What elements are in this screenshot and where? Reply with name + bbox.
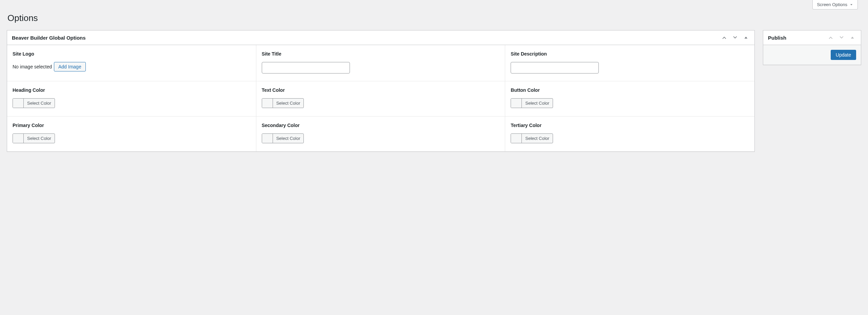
heading-color-label: Heading Color [13,87,251,93]
site-title-label: Site Title [262,51,500,57]
heading-color-cell: Heading Color Select Color [7,81,256,117]
select-color-label: Select Color [24,99,55,108]
caret-up-icon [743,35,749,41]
secondary-color-label: Secondary Color [262,123,500,128]
color-swatch [511,134,522,143]
site-description-input[interactable] [511,62,599,74]
move-down-button[interactable] [838,34,845,41]
publish-panel: Publish Update [763,30,861,65]
select-color-label: Select Color [273,134,304,143]
toggle-panel-button[interactable] [849,34,856,41]
toggle-panel-button[interactable] [742,34,750,41]
tertiary-color-label: Tertiary Color [511,123,749,128]
text-color-cell: Text Color Select Color [256,81,506,117]
select-color-label: Select Color [522,134,553,143]
global-options-panel: Beaver Builder Global Options Site Logo … [7,30,755,152]
heading-color-picker[interactable]: Select Color [13,98,55,108]
global-options-header: Beaver Builder Global Options [7,30,754,45]
page-title: Options [7,13,861,23]
update-button[interactable]: Update [831,50,856,60]
secondary-color-picker[interactable]: Select Color [262,133,304,143]
site-description-label: Site Description [511,51,749,57]
site-description-cell: Site Description [505,45,754,81]
site-logo-cell: Site Logo No image selected Add Image [7,45,256,81]
caret-down-icon [849,3,853,7]
select-color-label: Select Color [522,99,553,108]
global-options-title: Beaver Builder Global Options [12,35,86,41]
chevron-down-icon [732,35,738,41]
screen-options-label: Screen Options [817,2,847,7]
text-color-label: Text Color [262,87,500,93]
select-color-label: Select Color [273,99,304,108]
chevron-up-icon [721,35,727,41]
caret-up-icon [849,35,855,41]
screen-options-button[interactable]: Screen Options [812,0,858,9]
add-image-button[interactable]: Add Image [54,62,86,71]
move-up-button[interactable] [721,34,728,41]
select-color-label: Select Color [24,134,55,143]
color-swatch [13,134,24,143]
button-color-cell: Button Color Select Color [505,81,754,117]
publish-title: Publish [768,35,786,41]
button-color-picker[interactable]: Select Color [511,98,553,108]
color-swatch [262,99,273,108]
move-up-button[interactable] [827,34,834,41]
move-down-button[interactable] [731,34,739,41]
tertiary-color-picker[interactable]: Select Color [511,133,553,143]
primary-color-label: Primary Color [13,123,251,128]
chevron-down-icon [839,35,845,41]
text-color-picker[interactable]: Select Color [262,98,304,108]
primary-color-cell: Primary Color Select Color [7,117,256,151]
no-image-text: No image selected [13,64,52,69]
color-swatch [262,134,273,143]
site-title-cell: Site Title [256,45,506,81]
button-color-label: Button Color [511,87,749,93]
site-title-input[interactable] [262,62,350,74]
tertiary-color-cell: Tertiary Color Select Color [505,117,754,151]
secondary-color-cell: Secondary Color Select Color [256,117,506,151]
primary-color-picker[interactable]: Select Color [13,133,55,143]
color-swatch [511,99,522,108]
site-logo-label: Site Logo [13,51,251,57]
publish-header: Publish [763,30,861,45]
chevron-up-icon [828,35,834,41]
color-swatch [13,99,24,108]
